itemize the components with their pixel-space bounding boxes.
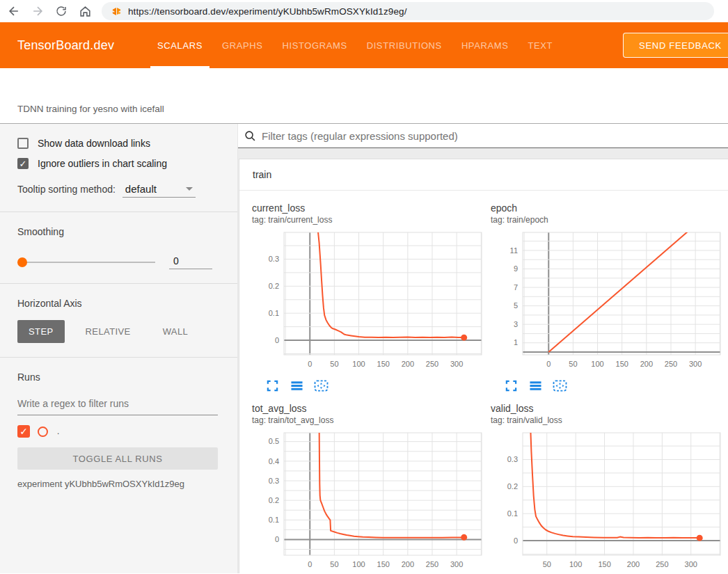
fullscreen-icon[interactable] <box>264 378 280 393</box>
svg-text:0.5: 0.5 <box>269 437 279 445</box>
chart-tag: tag: train/epoch <box>491 215 723 225</box>
smoothing-label: Smoothing <box>17 226 218 237</box>
svg-text:100: 100 <box>591 360 603 368</box>
slider-track[interactable] <box>17 262 155 263</box>
chart-card-current_loss: current_losstag: train/current_loss05010… <box>252 202 484 393</box>
fullscreen-icon[interactable] <box>503 378 519 393</box>
chart-card-tot_avg_loss: tot_avg_losstag: train/tot_avg_loss05010… <box>252 403 484 573</box>
main-pane: train current_losstag: train/current_los… <box>238 124 728 573</box>
tag-filter-input[interactable] <box>262 130 728 142</box>
data-table-icon[interactable] <box>528 378 543 393</box>
scalar-chart-plot[interactable]: 5010015020025030000.10.20.3 <box>491 431 723 571</box>
svg-text:50: 50 <box>330 360 338 368</box>
svg-text:0: 0 <box>514 536 518 545</box>
chart-title: epoch <box>491 202 723 214</box>
svg-text:0: 0 <box>275 336 279 344</box>
svg-text:0: 0 <box>546 360 551 368</box>
checkbox-checked-icon[interactable]: ✓ <box>17 158 29 169</box>
svg-text:200: 200 <box>627 560 640 568</box>
browser-toolbar: https://tensorboard.dev/experiment/yKUbh… <box>0 0 728 22</box>
svg-text:5: 5 <box>514 301 518 310</box>
checkbox-unchecked-icon[interactable] <box>17 138 29 149</box>
app-header: TensorBoard.dev SCALARS GRAPHS HISTOGRAM… <box>0 22 728 68</box>
nav-tabs: SCALARS GRAPHS HISTOGRAMS DISTRIBUTIONS … <box>148 22 562 68</box>
svg-text:200: 200 <box>402 360 414 368</box>
url-text: https://tensorboard.dev/experiment/yKUbh… <box>128 6 407 17</box>
runs-regex-input[interactable] <box>17 394 218 415</box>
ignore-outliers-checkbox[interactable]: ✓ Ignore outliers in chart scaling <box>17 158 218 169</box>
chart-actions <box>252 378 484 393</box>
tab-text[interactable]: TEXT <box>518 22 562 68</box>
axis-relative-button[interactable]: RELATIVE <box>74 320 142 343</box>
svg-text:0.1: 0.1 <box>269 309 279 317</box>
svg-text:300: 300 <box>689 360 702 368</box>
slider-thumb[interactable] <box>17 257 27 267</box>
svg-text:0.1: 0.1 <box>269 516 279 524</box>
fit-domain-icon[interactable] <box>552 378 567 393</box>
chart-tag: tag: train/valid_loss <box>491 415 723 425</box>
tab-graphs[interactable]: GRAPHS <box>212 22 273 68</box>
runs-label: Runs <box>17 372 218 383</box>
section-header-train[interactable]: train <box>239 159 728 191</box>
svg-text:100: 100 <box>352 360 365 368</box>
svg-text:0.2: 0.2 <box>269 282 279 290</box>
chart-card-valid_loss: valid_losstag: train/valid_loss501001502… <box>491 403 723 573</box>
toggle-all-runs-button[interactable]: TOGGLE ALL RUNS <box>17 447 218 470</box>
svg-text:9: 9 <box>514 264 518 273</box>
svg-text:0: 0 <box>308 560 312 568</box>
svg-text:7: 7 <box>514 283 518 292</box>
axis-wall-button[interactable]: WALL <box>152 320 200 343</box>
fit-domain-icon[interactable] <box>313 378 329 393</box>
svg-text:150: 150 <box>598 560 610 568</box>
address-bar[interactable]: https://tensorboard.dev/experiment/yKUbh… <box>102 2 714 20</box>
search-icon <box>244 130 256 142</box>
chart-title: current_loss <box>252 202 484 214</box>
experiment-id-note: experiment yKUbhb5wRmOSXYkId1z9eg <box>17 479 218 489</box>
run-name: . <box>57 426 59 436</box>
svg-text:0.3: 0.3 <box>507 455 518 463</box>
svg-text:0.4: 0.4 <box>269 457 279 465</box>
svg-text:0: 0 <box>308 360 312 368</box>
tooltip-sorting-dropdown[interactable]: default <box>122 183 196 198</box>
smoothing-slider[interactable] <box>17 257 155 267</box>
svg-text:0.3: 0.3 <box>269 477 279 485</box>
scalar-chart-plot[interactable]: 05010015020025030000.10.20.3 <box>252 230 484 371</box>
experiment-title-bar: TDNN training for yesno with icefall <box>0 68 728 124</box>
run-checkbox-checked-icon[interactable]: ✓ <box>17 425 30 438</box>
scalar-chart-plot[interactable]: 05010015020025030000.10.20.30.40.5 <box>252 431 484 571</box>
svg-text:50: 50 <box>543 560 551 568</box>
run-row: ✓ . <box>17 425 218 438</box>
send-feedback-button[interactable]: SEND FEEDBACK <box>623 33 728 58</box>
chart-title: valid_loss <box>491 403 723 414</box>
svg-text:200: 200 <box>402 560 414 568</box>
smoothing-value-field[interactable]: 0 <box>169 255 212 269</box>
horizontal-axis-label: Horizontal Axis <box>17 298 218 309</box>
tab-distributions[interactable]: DISTRIBUTIONS <box>357 22 452 68</box>
svg-text:100: 100 <box>569 560 582 568</box>
tab-scalars[interactable]: SCALARS <box>148 22 212 68</box>
tab-histograms[interactable]: HISTOGRAMS <box>273 22 357 68</box>
train-section-card: train current_losstag: train/current_los… <box>239 159 728 573</box>
chart-card-epoch: epochtag: train/epoch0501001502002503001… <box>491 202 723 393</box>
tab-hparams[interactable]: HPARAMS <box>452 22 519 68</box>
chart-title: tot_avg_loss <box>252 403 484 414</box>
data-table-icon[interactable] <box>289 378 304 393</box>
svg-text:300: 300 <box>450 360 463 368</box>
scalar-chart-plot[interactable]: 0501001502002503001357911 <box>491 230 723 371</box>
chart-tag: tag: train/tot_avg_loss <box>252 415 484 425</box>
svg-text:200: 200 <box>640 360 653 368</box>
svg-text:0.2: 0.2 <box>507 482 518 491</box>
home-icon[interactable] <box>78 4 92 18</box>
tooltip-sorting-label: Tooltip sorting method: <box>17 184 116 195</box>
svg-text:150: 150 <box>616 360 628 368</box>
svg-text:300: 300 <box>685 560 697 568</box>
forward-icon[interactable] <box>31 4 45 18</box>
svg-text:1: 1 <box>514 338 518 346</box>
run-color-swatch-icon <box>38 426 48 437</box>
axis-step-button[interactable]: STEP <box>17 320 65 343</box>
svg-text:0.2: 0.2 <box>269 496 279 504</box>
back-icon[interactable] <box>7 4 21 18</box>
reload-icon[interactable] <box>54 4 68 18</box>
show-download-links-checkbox[interactable]: Show data download links <box>17 138 218 149</box>
svg-text:0: 0 <box>275 535 279 543</box>
